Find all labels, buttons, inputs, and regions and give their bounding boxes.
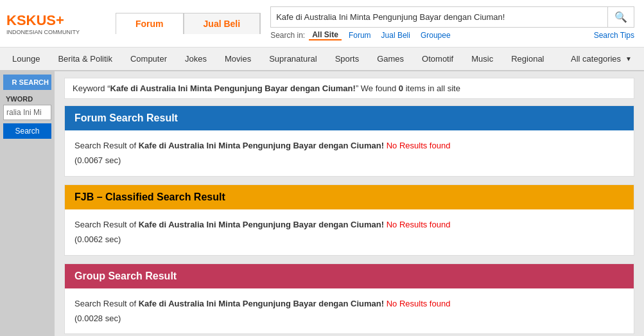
forum-result-body: Search Result of Kafe di Australia Ini M… <box>65 130 634 176</box>
cat-movies[interactable]: Movies <box>216 48 260 70</box>
fjb-result-body: Search Result of Kafe di Australia Ini M… <box>65 209 634 255</box>
chevron-down-icon: ▼ <box>625 55 632 62</box>
fjb-result-header: FJB – Classified Search Result <box>65 185 634 209</box>
cat-regional[interactable]: Regional <box>502 48 553 70</box>
tab-jual-beli[interactable]: Jual Beli <box>184 13 261 34</box>
cat-berita-politik[interactable]: Berita & Politik <box>49 48 121 70</box>
cat-supranatural[interactable]: Supranatural <box>260 48 326 70</box>
logo-area: KSKUS+ INDONESIAN COMMUNITY <box>0 12 116 35</box>
cat-games[interactable]: Games <box>368 48 413 70</box>
forum-result-section: Forum Search Result Search Result of Kaf… <box>64 105 634 177</box>
sidebar-search-label[interactable]: R SEARCH <box>3 75 51 90</box>
main-wrap: R SEARCH YWORD Search Keyword “Kafe di A… <box>0 71 644 336</box>
search-tips-link[interactable]: Search Tips <box>594 31 634 40</box>
keyword-prefix: Keyword “ <box>73 84 110 93</box>
group-result-body: Search Result of Kafe di Australia Ini M… <box>65 288 634 334</box>
sidebar-keyword-input[interactable] <box>3 105 51 120</box>
keyword-text: Kafe di Australia Ini Minta Pengunjung B… <box>110 84 356 93</box>
group-result-header: Group Search Result <box>65 264 634 288</box>
filter-forum[interactable]: Forum <box>345 31 374 40</box>
nav-tabs-top: Forum Jual Beli <box>116 13 261 34</box>
search-box: 🔍 <box>270 6 634 28</box>
filter-jual-beli[interactable]: Jual Beli <box>378 31 413 40</box>
result-count: 0 <box>399 84 403 93</box>
keyword-suffix: ” We found 0 items in all site <box>356 84 460 93</box>
cat-otomotif[interactable]: Otomotif <box>413 48 462 70</box>
keyword-bar: Keyword “Kafe di Australia Ini Minta Pen… <box>64 78 634 99</box>
forum-result-header: Forum Search Result <box>65 106 634 130</box>
cat-jokes[interactable]: Jokes <box>176 48 216 70</box>
tab-forum[interactable]: Forum <box>116 13 184 34</box>
logo-sub: INDONESIAN COMMUNITY <box>6 29 80 35</box>
group-result-section: Group Search Result Search Result of Kaf… <box>64 263 634 335</box>
cat-computer[interactable]: Computer <box>121 48 176 70</box>
search-button[interactable]: 🔍 <box>607 7 634 27</box>
logo-text: KSKUS+ <box>6 12 64 28</box>
search-input[interactable] <box>271 8 607 26</box>
content-area: Keyword “Kafe di Australia Ini Minta Pen… <box>55 71 644 336</box>
search-area: 🔍 Search in: All Site Forum Jual Beli Gr… <box>261 3 644 44</box>
cat-all-categories[interactable]: All categories ▼ <box>562 48 641 70</box>
sidebar-keyword-label: YWORD <box>3 90 51 105</box>
search-filters: Search in: All Site Forum Jual Beli Grou… <box>270 30 634 40</box>
cat-music[interactable]: Music <box>462 48 502 70</box>
sidebar: R SEARCH YWORD Search <box>0 71 55 336</box>
cat-sports[interactable]: Sports <box>326 48 369 70</box>
cat-lounge[interactable]: Lounge <box>3 48 49 70</box>
nav-categories: Lounge Berita & Politik Computer Jokes M… <box>0 48 644 71</box>
search-in-label: Search in: <box>270 31 305 40</box>
filter-groupee[interactable]: Groupee <box>417 31 454 40</box>
filter-all-site[interactable]: All Site <box>309 30 342 40</box>
sidebar-search-button[interactable]: Search <box>3 123 51 139</box>
fjb-result-section: FJB – Classified Search Result Search Re… <box>64 184 634 256</box>
